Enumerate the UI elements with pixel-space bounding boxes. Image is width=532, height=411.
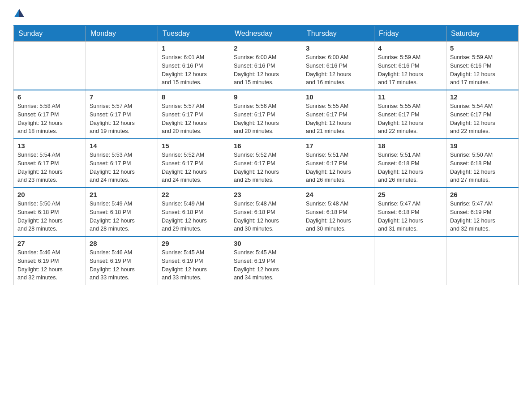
weekday-header-tuesday: Tuesday: [158, 26, 230, 42]
day-info: Sunrise: 5:45 AM Sunset: 6:19 PM Dayligh…: [234, 248, 298, 282]
calendar-cell: 9Sunrise: 5:56 AM Sunset: 6:17 PM Daylig…: [230, 90, 302, 139]
calendar-week-row-2: 6Sunrise: 5:58 AM Sunset: 6:17 PM Daylig…: [14, 90, 519, 139]
weekday-header-thursday: Thursday: [302, 26, 374, 42]
calendar-cell: 22Sunrise: 5:49 AM Sunset: 6:18 PM Dayli…: [158, 188, 230, 236]
day-number: 6: [17, 93, 82, 101]
day-info: Sunrise: 5:47 AM Sunset: 6:18 PM Dayligh…: [378, 200, 442, 233]
day-info: Sunrise: 5:49 AM Sunset: 6:18 PM Dayligh…: [90, 200, 154, 233]
day-info: Sunrise: 6:01 AM Sunset: 6:16 PM Dayligh…: [162, 53, 226, 87]
calendar-cell: 25Sunrise: 5:47 AM Sunset: 6:18 PM Dayli…: [374, 188, 446, 236]
calendar-cell: 14Sunrise: 5:53 AM Sunset: 6:17 PM Dayli…: [86, 139, 158, 188]
day-number: 15: [162, 142, 226, 150]
day-number: 17: [306, 142, 370, 150]
calendar-cell: 19Sunrise: 5:50 AM Sunset: 6:18 PM Dayli…: [446, 139, 519, 188]
calendar-cell: 18Sunrise: 5:51 AM Sunset: 6:18 PM Dayli…: [374, 139, 446, 188]
calendar-cell: [86, 42, 158, 90]
day-number: 11: [378, 93, 442, 101]
calendar-cell: 21Sunrise: 5:49 AM Sunset: 6:18 PM Dayli…: [86, 188, 158, 236]
day-info: Sunrise: 5:46 AM Sunset: 6:19 PM Dayligh…: [17, 248, 82, 282]
calendar-cell: 8Sunrise: 5:57 AM Sunset: 6:17 PM Daylig…: [158, 90, 230, 139]
day-number: 1: [162, 44, 226, 52]
calendar-cell: 1Sunrise: 6:01 AM Sunset: 6:16 PM Daylig…: [158, 42, 230, 90]
day-number: 22: [162, 191, 226, 198]
day-info: Sunrise: 5:49 AM Sunset: 6:18 PM Dayligh…: [162, 200, 226, 233]
day-info: Sunrise: 5:54 AM Sunset: 6:17 PM Dayligh…: [17, 151, 82, 184]
calendar-cell: 13Sunrise: 5:54 AM Sunset: 6:17 PM Dayli…: [14, 139, 86, 188]
day-number: 16: [234, 142, 298, 150]
calendar-week-row-1: 1Sunrise: 6:01 AM Sunset: 6:16 PM Daylig…: [14, 42, 519, 90]
day-info: Sunrise: 5:52 AM Sunset: 6:17 PM Dayligh…: [162, 151, 226, 184]
logo-triangle-right: [19, 9, 24, 17]
day-number: 10: [306, 93, 370, 101]
calendar-cell: 20Sunrise: 5:50 AM Sunset: 6:18 PM Dayli…: [14, 188, 86, 236]
day-info: Sunrise: 5:55 AM Sunset: 6:17 PM Dayligh…: [306, 102, 370, 136]
calendar-week-row-5: 27Sunrise: 5:46 AM Sunset: 6:19 PM Dayli…: [14, 236, 519, 285]
logo-triangle-left: [14, 9, 19, 17]
day-info: Sunrise: 5:50 AM Sunset: 6:18 PM Dayligh…: [17, 200, 82, 233]
day-info: Sunrise: 5:54 AM Sunset: 6:17 PM Dayligh…: [450, 102, 515, 136]
calendar-table: SundayMondayTuesdayWednesdayThursdayFrid…: [13, 25, 519, 285]
day-number: 13: [17, 142, 82, 150]
calendar-cell: 12Sunrise: 5:54 AM Sunset: 6:17 PM Dayli…: [446, 90, 519, 139]
day-number: 2: [234, 44, 298, 52]
calendar-cell: 30Sunrise: 5:45 AM Sunset: 6:19 PM Dayli…: [230, 236, 302, 285]
calendar-cell: 3Sunrise: 6:00 AM Sunset: 6:16 PM Daylig…: [302, 42, 374, 90]
day-number: 25: [378, 191, 442, 198]
day-info: Sunrise: 6:00 AM Sunset: 6:16 PM Dayligh…: [306, 53, 370, 87]
day-number: 29: [162, 240, 226, 247]
day-number: 8: [162, 93, 226, 101]
day-number: 14: [90, 142, 154, 150]
calendar-cell: 17Sunrise: 5:51 AM Sunset: 6:17 PM Dayli…: [302, 139, 374, 188]
day-number: 20: [17, 191, 82, 198]
day-number: 27: [17, 240, 82, 247]
day-info: Sunrise: 5:58 AM Sunset: 6:17 PM Dayligh…: [17, 102, 82, 136]
calendar-week-row-3: 13Sunrise: 5:54 AM Sunset: 6:17 PM Dayli…: [14, 139, 519, 188]
day-info: Sunrise: 5:57 AM Sunset: 6:17 PM Dayligh…: [162, 102, 226, 136]
day-info: Sunrise: 5:52 AM Sunset: 6:17 PM Dayligh…: [234, 151, 298, 184]
day-number: 18: [378, 142, 442, 150]
day-number: 19: [450, 142, 515, 150]
day-info: Sunrise: 5:46 AM Sunset: 6:19 PM Dayligh…: [90, 248, 154, 282]
day-info: Sunrise: 6:00 AM Sunset: 6:16 PM Dayligh…: [234, 53, 298, 87]
calendar-cell: 11Sunrise: 5:55 AM Sunset: 6:17 PM Dayli…: [374, 90, 446, 139]
day-number: 30: [234, 240, 298, 247]
weekday-header-wednesday: Wednesday: [230, 26, 302, 42]
calendar-cell: 2Sunrise: 6:00 AM Sunset: 6:16 PM Daylig…: [230, 42, 302, 90]
day-info: Sunrise: 5:57 AM Sunset: 6:17 PM Dayligh…: [90, 102, 154, 136]
day-number: 7: [90, 93, 154, 101]
calendar-cell: 26Sunrise: 5:47 AM Sunset: 6:19 PM Dayli…: [446, 188, 519, 236]
day-info: Sunrise: 5:45 AM Sunset: 6:19 PM Dayligh…: [162, 248, 226, 282]
calendar-week-row-4: 20Sunrise: 5:50 AM Sunset: 6:18 PM Dayli…: [14, 188, 519, 236]
weekday-header-sunday: Sunday: [14, 26, 86, 42]
day-info: Sunrise: 5:56 AM Sunset: 6:17 PM Dayligh…: [234, 102, 298, 136]
calendar-cell: 15Sunrise: 5:52 AM Sunset: 6:17 PM Dayli…: [158, 139, 230, 188]
calendar-cell: [374, 236, 446, 285]
day-number: 9: [234, 93, 298, 101]
day-info: Sunrise: 5:50 AM Sunset: 6:18 PM Dayligh…: [450, 151, 515, 184]
calendar-cell: 23Sunrise: 5:48 AM Sunset: 6:18 PM Dayli…: [230, 188, 302, 236]
day-number: 28: [90, 240, 154, 247]
calendar-cell: 27Sunrise: 5:46 AM Sunset: 6:19 PM Dayli…: [14, 236, 86, 285]
calendar-cell: 4Sunrise: 5:59 AM Sunset: 6:16 PM Daylig…: [374, 42, 446, 90]
day-info: Sunrise: 5:55 AM Sunset: 6:17 PM Dayligh…: [378, 102, 442, 136]
weekday-header-monday: Monday: [86, 26, 158, 42]
day-number: 26: [450, 191, 515, 198]
day-info: Sunrise: 5:51 AM Sunset: 6:17 PM Dayligh…: [306, 151, 370, 184]
calendar-cell: [14, 42, 86, 90]
day-info: Sunrise: 5:48 AM Sunset: 6:18 PM Dayligh…: [306, 200, 370, 233]
calendar-cell: 28Sunrise: 5:46 AM Sunset: 6:19 PM Dayli…: [86, 236, 158, 285]
logo: [13, 9, 24, 18]
calendar-cell: 10Sunrise: 5:55 AM Sunset: 6:17 PM Dayli…: [302, 90, 374, 139]
calendar-cell: 5Sunrise: 5:59 AM Sunset: 6:16 PM Daylig…: [446, 42, 519, 90]
day-number: 21: [90, 191, 154, 198]
page-header: [13, 9, 519, 18]
weekday-header-saturday: Saturday: [446, 26, 519, 42]
day-info: Sunrise: 5:59 AM Sunset: 6:16 PM Dayligh…: [378, 53, 442, 87]
day-number: 4: [378, 44, 442, 52]
day-info: Sunrise: 5:53 AM Sunset: 6:17 PM Dayligh…: [90, 151, 154, 184]
day-number: 3: [306, 44, 370, 52]
day-number: 23: [234, 191, 298, 198]
day-info: Sunrise: 5:47 AM Sunset: 6:19 PM Dayligh…: [450, 200, 515, 233]
day-number: 12: [450, 93, 515, 101]
calendar-cell: 29Sunrise: 5:45 AM Sunset: 6:19 PM Dayli…: [158, 236, 230, 285]
